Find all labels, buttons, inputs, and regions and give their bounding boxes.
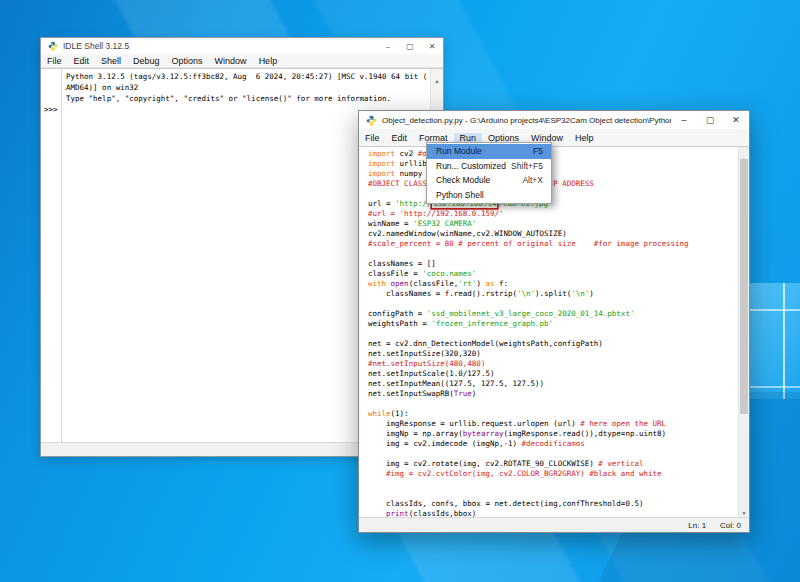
menu-window[interactable]: Window (209, 56, 253, 66)
code-line (368, 299, 749, 309)
menu-file[interactable]: File (41, 56, 68, 66)
menu-item-shortcut: Shift+F5 (511, 161, 543, 171)
menu-options[interactable]: Options (166, 56, 209, 66)
code-line (368, 449, 749, 459)
statusbar-line-indicator: Ln: 1 (688, 521, 706, 530)
code-line (368, 489, 749, 499)
menu-help[interactable]: Help (253, 56, 284, 66)
editor-maximize-button[interactable]: ▢ (697, 115, 723, 125)
shell-output-line: Type "help", "copyright", "credits" or "… (66, 93, 443, 104)
shell-prompt: >>> (44, 104, 58, 115)
menu-item-check-module[interactable]: Check ModuleAlt+X (427, 173, 551, 188)
shell-menubar: FileEditShellDebugOptionsWindowHelp (41, 54, 443, 68)
shell-output-line: Python 3.12.5 (tags/v3.12.5:ff3bc82, Aug… (66, 71, 443, 82)
shell-titlebar[interactable]: IDLE Shell 3.12.5 – ▢ ✕ (41, 38, 443, 54)
idle-file-icon (366, 115, 377, 126)
menu-file[interactable]: File (359, 133, 386, 143)
menu-item-run-module[interactable]: Run ModuleF5 (427, 144, 551, 159)
menu-item-python-shell[interactable]: Python Shell (427, 188, 551, 203)
code-line: winName = 'ESP32 CAMERA' (368, 219, 749, 229)
code-line: cv2.namedWindow(winName,cv2.WINDOW_AUTOS… (368, 229, 749, 239)
desktop: IDLE Shell 3.12.5 – ▢ ✕ FileEditShellDeb… (0, 0, 800, 582)
menu-window[interactable]: Window (525, 133, 569, 143)
code-line: #url = 'http://192.168.0.159/' (368, 209, 749, 219)
code-line: #net.setInputSize(480,480) (368, 359, 749, 369)
menu-item-label: Run... Customized (436, 161, 506, 171)
run-menu-dropdown: Run ModuleF5Run... CustomizedShift+F5Che… (426, 142, 552, 204)
menu-item-shortcut: Alt+X (522, 175, 543, 185)
editor-titlebar[interactable]: Object_detection.py.py - G:\Arduino proj… (359, 111, 749, 129)
code-line: net.setInputSize(320,320) (368, 349, 749, 359)
code-line: #scale_percent = 80 # percent of origina… (368, 239, 749, 249)
code-line: imgNp = np.array(bytearray(imgResponse.r… (368, 429, 749, 439)
code-line: with open(classFile,'rt') as f: (368, 279, 749, 289)
code-line: classFile = 'coco.names' (368, 269, 749, 279)
code-line (368, 249, 749, 259)
code-line (368, 479, 749, 489)
code-line: #img = cv2.cvtColor(img, cv2.COLOR_BGR2G… (368, 469, 749, 479)
code-line: net.setInputScale(1.0/127.5) (368, 369, 749, 379)
code-line: img = cv2.rotate(img, cv2.ROTATE_90_CLOC… (368, 459, 749, 469)
code-line: while(1): (368, 409, 749, 419)
menu-item-label: Python Shell (436, 190, 484, 200)
menu-options[interactable]: Options (482, 133, 525, 143)
editor-scrollbar-thumb[interactable] (740, 159, 748, 414)
code-line (368, 399, 749, 409)
menu-edit[interactable]: Edit (68, 56, 96, 66)
code-line: weightsPath = 'frozen_inference_graph.pb… (368, 319, 749, 329)
menu-run[interactable]: Run (454, 133, 483, 143)
editor-content[interactable]: import cv2 #opencv libraryimport urllib.… (359, 146, 749, 518)
code-line: configPath = 'ssd_mobilenet_v3_large_coc… (368, 309, 749, 319)
shell-maximize-button[interactable]: ▢ (399, 42, 421, 51)
menu-help[interactable]: Help (569, 133, 600, 143)
shell-scroll-up-icon[interactable]: ▲ (435, 78, 440, 84)
code-line: img = cv2.imdecode (imgNp,-1) #decodific… (368, 439, 749, 449)
menu-item-run-customized[interactable]: Run... CustomizedShift+F5 (427, 159, 551, 174)
shell-minimize-button[interactable]: – (377, 42, 399, 51)
menu-item-label: Check Module (436, 175, 490, 185)
editor-close-button[interactable]: ✕ (723, 115, 749, 125)
editor-scrollbar[interactable]: ▲ ▼ (738, 147, 749, 518)
shell-close-button[interactable]: ✕ (421, 42, 443, 51)
statusbar-col-indicator: Col: 0 (720, 521, 741, 530)
menu-item-label: Run Module (436, 146, 482, 156)
code-line: imgResponse = urllib.request.urlopen (ur… (368, 419, 749, 429)
shell-window-title: IDLE Shell 3.12.5 (63, 41, 129, 51)
editor-menubar: FileEditFormatRunOptionsWindowHelp (359, 129, 749, 147)
wallpaper-window-glow (743, 283, 800, 399)
idle-icon (48, 41, 58, 51)
menu-debug[interactable]: Debug (127, 56, 166, 66)
code-line: net = cv2.dnn_DetectionModel(weightsPath… (368, 339, 749, 349)
code-line: net.setInputMean((127.5, 127.5, 127.5)) (368, 379, 749, 389)
code-line: classNames = f.read().rstrip('\n').split… (368, 289, 749, 299)
code-line: classIds, confs, bbox = net.detect(img,c… (368, 499, 749, 509)
menu-edit[interactable]: Edit (386, 133, 414, 143)
code-line: classNames = [] (368, 259, 749, 269)
editor-code[interactable]: import cv2 #opencv libraryimport urllib.… (359, 147, 749, 518)
shell-output-line: AMD64)] on win32 (66, 82, 443, 93)
editor-minimize-button[interactable]: – (671, 115, 697, 125)
shell-prompt-gutter: >>> (41, 69, 62, 443)
editor-window-title: Object_detection.py.py - G:\Arduino proj… (382, 116, 671, 125)
code-line: net.setInputSwapRB(True) (368, 389, 749, 399)
menu-shell[interactable]: Shell (95, 56, 127, 66)
editor-window: Object_detection.py.py - G:\Arduino proj… (358, 110, 750, 533)
menu-item-shortcut: F5 (533, 146, 543, 156)
menu-format[interactable]: Format (413, 133, 454, 143)
editor-statusbar: Ln: 1 Col: 0 (359, 517, 749, 532)
code-line (368, 329, 749, 339)
